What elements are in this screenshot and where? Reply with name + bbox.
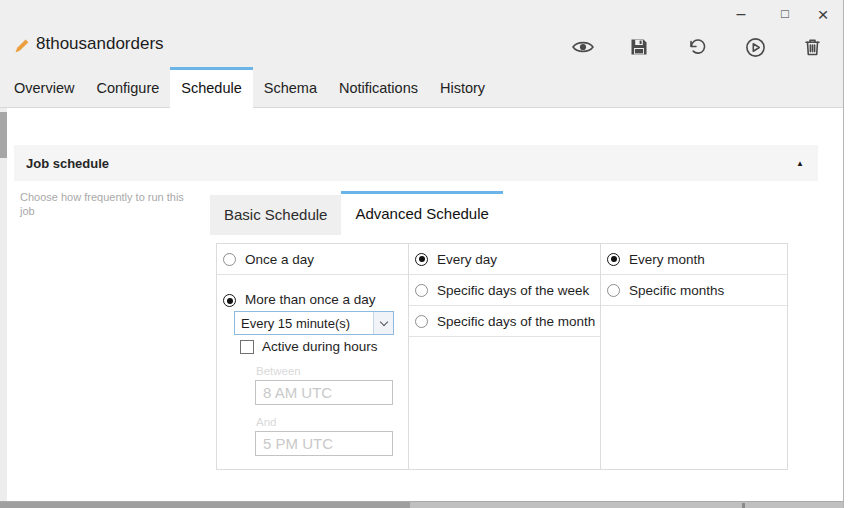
preview-button[interactable] [571, 36, 595, 58]
radio-icon[interactable] [223, 253, 236, 266]
radio-specific-months[interactable]: Specific months [601, 275, 787, 306]
trash-icon [803, 37, 827, 57]
app-window: – □ × 8thousandorders [0, 0, 850, 508]
section-title: Job schedule [26, 156, 109, 171]
radio-label: Once a day [245, 252, 314, 267]
radio-specific-days-month[interactable]: Specific days of the month [409, 306, 600, 337]
subtab-basic-schedule[interactable]: Basic Schedule [210, 195, 341, 235]
minimize-button[interactable]: – [726, 0, 756, 28]
radio-specific-days-week[interactable]: Specific days of the week [409, 275, 600, 306]
interval-select[interactable]: Every 15 minute(s) [234, 311, 394, 335]
section-description: Choose how frequently to run this job [20, 190, 200, 218]
between-input[interactable] [255, 380, 393, 405]
undo-button[interactable] [686, 36, 710, 58]
days-column: Every day Specific days of the week Spec… [409, 244, 601, 469]
radio-icon[interactable] [415, 284, 428, 297]
radio-once-a-day[interactable]: Once a day [217, 244, 408, 275]
window-chrome: – □ × 8thousandorders [0, 0, 843, 108]
play-circle-icon [745, 37, 769, 58]
radio-icon[interactable] [415, 315, 428, 328]
delete-button[interactable] [803, 36, 827, 58]
between-label: Between [256, 365, 301, 377]
checkbox-icon[interactable] [240, 340, 254, 354]
undo-arrow-icon [686, 37, 710, 57]
tab-schedule[interactable]: Schedule [170, 67, 252, 108]
active-during-hours-checkbox-row[interactable]: Active during hours [240, 339, 378, 354]
radio-icon[interactable] [607, 284, 620, 297]
radio-label: Specific days of the month [437, 314, 595, 329]
tab-notifications[interactable]: Notifications [328, 67, 429, 108]
eye-icon [571, 37, 595, 57]
radio-icon[interactable] [223, 294, 236, 307]
subtab-advanced-schedule[interactable]: Advanced Schedule [341, 191, 502, 235]
tab-overview[interactable]: Overview [3, 67, 85, 108]
advanced-schedule-grid: Once a day More than once a day Every 15… [216, 243, 788, 470]
scrollbar-tick [742, 503, 745, 508]
tab-schema[interactable]: Schema [253, 67, 328, 108]
window-border [843, 0, 844, 508]
close-button[interactable]: × [808, 0, 838, 28]
interval-select-value: Every 15 minute(s) [241, 316, 373, 331]
job-name-title: 8thousandorders [36, 34, 164, 54]
vertical-scrollbar-thumb[interactable] [0, 112, 7, 158]
horizontal-scrollbar[interactable] [0, 501, 843, 508]
tabbar-divider [0, 107, 843, 108]
floppy-disk-icon [629, 37, 653, 57]
radio-label: Specific days of the week [437, 283, 589, 298]
radio-every-month[interactable]: Every month [601, 244, 787, 275]
and-input[interactable] [255, 431, 393, 456]
schedule-subtabs: Basic Schedule Advanced Schedule [210, 191, 503, 235]
radio-every-day[interactable]: Every day [409, 244, 600, 275]
radio-label: More than once a day [245, 292, 376, 307]
radio-label: Every month [629, 252, 705, 267]
radio-label: Specific months [629, 283, 724, 298]
months-column: Every month Specific months [601, 244, 787, 469]
tab-configure[interactable]: Configure [85, 67, 170, 108]
checkbox-label: Active during hours [262, 339, 378, 354]
frequency-column: Once a day More than once a day Every 15… [217, 244, 409, 469]
radio-label: Every day [437, 252, 497, 267]
main-tabs: Overview Configure Schedule Schema Notif… [3, 67, 496, 108]
edit-pencil-icon[interactable] [14, 37, 31, 54]
radio-icon[interactable] [607, 253, 620, 266]
and-label: And [256, 416, 276, 428]
collapse-icon[interactable]: ▲ [796, 159, 804, 168]
horizontal-scrollbar-thumb[interactable] [0, 502, 410, 508]
radio-more-than-once[interactable]: More than once a day [217, 275, 408, 315]
radio-icon[interactable] [415, 253, 428, 266]
vertical-scrollbar[interactable] [0, 108, 7, 501]
chevron-down-icon [373, 312, 393, 334]
run-button[interactable] [745, 36, 769, 58]
maximize-button[interactable]: □ [770, 0, 800, 28]
tab-history[interactable]: History [429, 67, 496, 108]
save-button[interactable] [629, 36, 653, 58]
job-schedule-section-header[interactable]: Job schedule ▲ [14, 145, 818, 181]
